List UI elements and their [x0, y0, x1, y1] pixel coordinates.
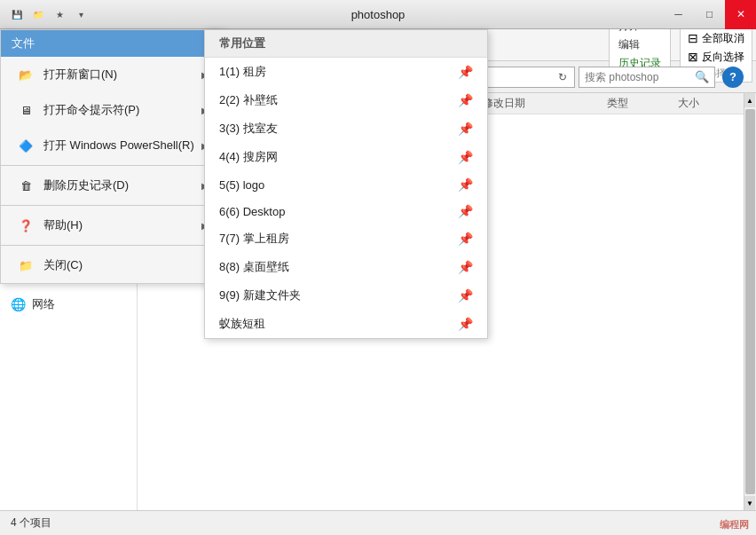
submenu-header: 常用位置 [205, 30, 487, 58]
submenu-item-7[interactable]: 7(7) 掌上租房 📌 [205, 224, 487, 253]
pin-icon-4[interactable]: 📌 [458, 150, 473, 164]
col-date-header: 修改日期 [483, 96, 607, 111]
quick-star-icon[interactable]: ★ [50, 4, 69, 24]
submenu-label-10: 蚁族短租 [219, 316, 265, 332]
menu-divider-3 [1, 245, 223, 246]
submenu-item-1[interactable]: 1(1) 租房 📌 [205, 58, 487, 86]
submenu-item-6[interactable]: 6(6) Desktop 📌 [205, 198, 487, 224]
action-invert[interactable]: 反向选择 [702, 50, 744, 65]
file-menu-header: 文件 [1, 30, 223, 57]
submenu-label-1: 1(1) 租房 [219, 64, 266, 80]
pin-icon-3[interactable]: 📌 [458, 122, 473, 136]
pin-icon-1[interactable]: 📌 [458, 65, 473, 79]
submenu-item-3[interactable]: 3(3) 找室友 📌 [205, 114, 487, 143]
submenu-item-2[interactable]: 2(2) 补壁纸 📌 [205, 86, 487, 114]
menu-delete-history-label: 删除历史记录(D) [43, 177, 129, 193]
col-size-header: 大小 [678, 96, 749, 111]
menu-open-window-label: 打开新窗口(N) [43, 67, 117, 83]
menu-open-window[interactable]: 📂 打开新窗口(N) ▶ [1, 57, 223, 92]
submenu-item-9[interactable]: 9(9) 新建文件夹 📌 [205, 281, 487, 310]
action-deselect-all[interactable]: 全部取消 [702, 31, 744, 46]
menu-help[interactable]: ❓ 帮助(H) ▶ [1, 208, 223, 243]
pin-icon-2[interactable]: 📌 [458, 93, 473, 107]
open-window-icon: 📂 [15, 64, 36, 85]
submenu-panel: 常用位置 1(1) 租房 📌 2(2) 补壁纸 📌 3(3) 找室友 📌 4(4… [204, 29, 488, 339]
submenu-label-4: 4(4) 搜房网 [219, 149, 278, 165]
maximize-button[interactable]: □ [694, 0, 725, 29]
menu-powershell[interactable]: 🔷 打开 Windows PowerShell(R) ▶ [1, 128, 223, 163]
submenu-label-9: 9(9) 新建文件夹 [219, 287, 301, 303]
pin-icon-9[interactable]: 📌 [458, 288, 473, 303]
search-input[interactable] [585, 71, 691, 83]
menu-cmd-label: 打开命令提示符(P) [43, 102, 139, 118]
pin-icon-5[interactable]: 📌 [458, 177, 473, 192]
quick-access-bar: 💾 📁 ★ ▾ [0, 4, 98, 24]
file-menu-tab-label: 文件 [12, 36, 35, 50]
pin-icon-8[interactable]: 📌 [458, 260, 473, 274]
quick-dropdown-icon[interactable]: ▾ [71, 4, 91, 24]
menu-delete-history[interactable]: 🗑 删除历史记录(D) ▶ [1, 168, 223, 203]
menu-powershell-label: 打开 Windows PowerShell(R) [43, 138, 194, 153]
submenu-item-5[interactable]: 5(5) logo 📌 [205, 171, 487, 198]
search-box: 🔍 [579, 67, 715, 88]
close-folder-icon: 📁 [15, 255, 36, 276]
quick-folder-icon[interactable]: 📁 [28, 4, 48, 24]
pin-icon-10[interactable]: 📌 [458, 317, 473, 331]
delete-history-icon: 🗑 [15, 175, 36, 196]
statusbar: 4 个项目 [0, 510, 756, 535]
submenu-item-4[interactable]: 4(4) 搜房网 📌 [205, 143, 487, 171]
title-bar: 💾 📁 ★ ▾ photoshop ─ □ ✕ [0, 0, 756, 29]
pin-icon-7[interactable]: 📌 [458, 232, 473, 246]
col-type-header: 类型 [607, 96, 678, 111]
file-menu-overlay: 文件 📂 打开新窗口(N) ▶ 🖥 打开命令提示符(P) ▶ 🔷 打开 Wind… [0, 29, 224, 284]
cmd-icon: 🖥 [15, 99, 36, 121]
menu-divider-1 [1, 165, 223, 166]
menu-close-label: 关闭(C) [43, 257, 83, 273]
help-button[interactable]: ? [722, 67, 744, 88]
submenu-label-5: 5(5) logo [219, 178, 264, 192]
submenu-label-3: 3(3) 找室友 [219, 121, 278, 137]
search-icon[interactable]: 🔍 [695, 70, 709, 83]
action-edit[interactable]: 编辑 [617, 35, 663, 54]
help-icon: ❓ [15, 215, 36, 236]
menu-divider-2 [1, 205, 223, 206]
quick-save-icon[interactable]: 💾 [7, 4, 27, 24]
window-controls: ─ □ ✕ [663, 0, 756, 28]
menu-help-label: 帮助(H) [43, 217, 83, 233]
minimize-button[interactable]: ─ [663, 0, 694, 29]
sidebar-item-network[interactable]: 🌐 网络 [0, 292, 137, 317]
watermark: 编程网 [720, 518, 749, 531]
pin-icon-6[interactable]: 📌 [458, 204, 473, 218]
submenu-label-7: 7(7) 掌上租房 [219, 231, 289, 247]
submenu-label-2: 2(2) 补壁纸 [219, 92, 278, 108]
window-title: photoshop [351, 8, 406, 21]
submenu-label-6: 6(6) Desktop [219, 205, 285, 218]
menu-close[interactable]: 📁 关闭(C) [1, 248, 223, 283]
submenu-item-8[interactable]: 8(8) 桌面壁纸 📌 [205, 253, 487, 281]
item-count: 4 个项目 [11, 515, 51, 531]
submenu-item-10[interactable]: 蚁族短租 📌 [205, 310, 487, 338]
network-icon: 🌐 [9, 297, 27, 311]
close-button[interactable]: ✕ [725, 0, 756, 29]
file-menu-panel: 文件 📂 打开新窗口(N) ▶ 🖥 打开命令提示符(P) ▶ 🔷 打开 Wind… [0, 29, 224, 284]
submenu-label-8: 8(8) 桌面壁纸 [219, 259, 289, 275]
powershell-icon: 🔷 [15, 135, 36, 156]
menu-cmd[interactable]: 🖥 打开命令提示符(P) ▶ [1, 92, 223, 128]
refresh-icon[interactable]: ↻ [558, 71, 567, 83]
